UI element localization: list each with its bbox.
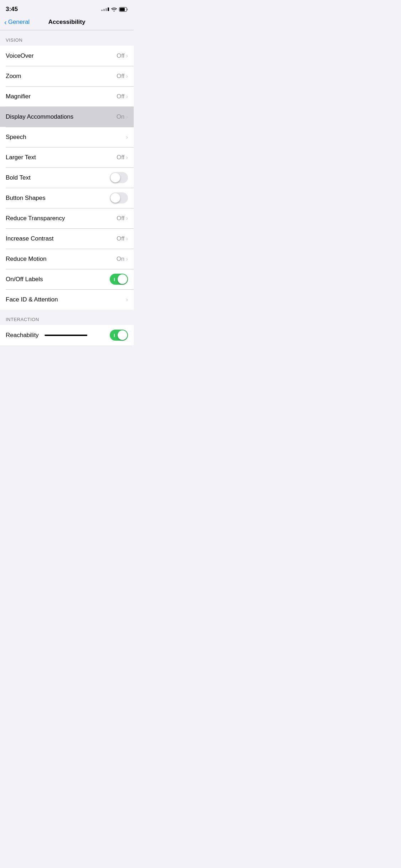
toggle-i-label-reachability: I: [114, 332, 115, 338]
status-bar: 3:45: [0, 0, 134, 16]
zoom-chevron-icon: ›: [126, 73, 128, 80]
larger-text-chevron-icon: ›: [126, 154, 128, 161]
face-id-item[interactable]: Face ID & Attention ›: [0, 289, 134, 310]
magnifier-item[interactable]: Magnifier Off ›: [0, 86, 134, 107]
larger-text-item[interactable]: Larger Text Off ›: [0, 147, 134, 167]
larger-text-label: Larger Text: [6, 154, 36, 161]
magnifier-chevron-icon: ›: [126, 93, 128, 100]
voiceover-label: VoiceOver: [6, 52, 34, 60]
bold-text-toggle[interactable]: [110, 172, 128, 183]
reachability-left: Reachability: [6, 332, 87, 339]
increase-contrast-label: Increase Contrast: [6, 235, 53, 242]
button-shapes-label: Button Shapes: [6, 195, 46, 202]
reachability-line: [45, 335, 87, 336]
reachability-right: I: [110, 330, 128, 341]
reduce-transparency-label: Reduce Transparency: [6, 215, 65, 222]
back-label: General: [8, 19, 30, 26]
voiceover-item[interactable]: VoiceOver Off ›: [0, 46, 134, 66]
face-id-label: Face ID & Attention: [6, 296, 58, 303]
onoff-labels-toggle-knob: [118, 274, 127, 284]
display-accommodations-chevron-icon: ›: [126, 113, 128, 120]
zoom-value: Off: [117, 73, 124, 80]
signal-icon: [101, 7, 109, 11]
back-button[interactable]: ‹ General: [4, 19, 30, 26]
magnifier-value: Off: [117, 93, 124, 100]
button-shapes-toggle[interactable]: [110, 192, 128, 203]
zoom-item[interactable]: Zoom Off ›: [0, 66, 134, 86]
reduce-transparency-right: Off ›: [117, 215, 128, 222]
status-time: 3:45: [6, 6, 18, 13]
larger-text-value: Off: [117, 154, 124, 161]
face-id-right: ›: [126, 296, 128, 303]
magnifier-label: Magnifier: [6, 93, 31, 100]
speech-chevron-icon: ›: [126, 134, 128, 141]
interaction-section: INTERACTION Reachability I: [0, 310, 134, 345]
reachability-label: Reachability: [6, 332, 39, 339]
increase-contrast-value: Off: [117, 235, 124, 242]
display-accommodations-item[interactable]: Display Accommodations On ›: [0, 107, 134, 127]
onoff-labels-label: On/Off Labels: [6, 276, 43, 283]
increase-contrast-right: Off ›: [117, 235, 128, 242]
battery-icon: [119, 7, 128, 12]
wifi-icon: [111, 7, 117, 11]
increase-contrast-item[interactable]: Increase Contrast Off ›: [0, 228, 134, 249]
voiceover-value: Off: [117, 52, 124, 60]
button-shapes-toggle-knob: [110, 193, 120, 203]
button-shapes-right: [110, 192, 128, 203]
zoom-right: Off ›: [117, 73, 128, 80]
vision-settings-list: VoiceOver Off › Zoom Off › Magnifier Off…: [0, 46, 134, 310]
back-chevron-icon: ‹: [4, 19, 7, 26]
bold-text-label: Bold Text: [6, 174, 31, 181]
svg-rect-1: [127, 9, 128, 10]
page-title: Accessibility: [48, 19, 86, 26]
reduce-motion-chevron-icon: ›: [126, 255, 128, 263]
onoff-labels-right: I: [110, 274, 128, 285]
status-icons: [101, 7, 128, 12]
button-shapes-item[interactable]: Button Shapes: [0, 188, 134, 208]
reduce-motion-right: On ›: [117, 255, 128, 263]
display-accommodations-right: On ›: [117, 113, 128, 120]
speech-label: Speech: [6, 134, 26, 141]
reachability-item[interactable]: Reachability I: [0, 325, 134, 345]
display-accommodations-value: On: [117, 113, 125, 120]
magnifier-right: Off ›: [117, 93, 128, 100]
voiceover-right: Off ›: [117, 52, 128, 60]
vision-section-header: VISION: [0, 30, 134, 46]
reduce-motion-item[interactable]: Reduce Motion On ›: [0, 249, 134, 269]
speech-item[interactable]: Speech ›: [0, 127, 134, 147]
display-accommodations-label: Display Accommodations: [6, 113, 73, 120]
zoom-label: Zoom: [6, 73, 21, 80]
larger-text-right: Off ›: [117, 154, 128, 161]
reduce-transparency-item[interactable]: Reduce Transparency Off ›: [0, 208, 134, 228]
onoff-labels-item[interactable]: On/Off Labels I: [0, 269, 134, 289]
interaction-section-header: INTERACTION: [0, 310, 134, 325]
reduce-motion-value: On: [117, 255, 125, 263]
reduce-motion-label: Reduce Motion: [6, 255, 46, 263]
voiceover-chevron-icon: ›: [126, 52, 128, 60]
bold-text-right: [110, 172, 128, 183]
face-id-chevron-icon: ›: [126, 296, 128, 303]
onoff-labels-toggle[interactable]: I: [110, 274, 128, 285]
toggle-i-label: I: [114, 277, 115, 282]
reduce-transparency-value: Off: [117, 215, 124, 222]
reachability-toggle[interactable]: I: [110, 330, 128, 341]
nav-bar: ‹ General Accessibility: [0, 16, 134, 30]
bold-text-toggle-knob: [110, 173, 120, 182]
reachability-toggle-knob: [118, 330, 127, 340]
speech-right: ›: [126, 134, 128, 141]
bold-text-item[interactable]: Bold Text: [0, 167, 134, 188]
interaction-settings-list: Reachability I: [0, 325, 134, 345]
increase-contrast-chevron-icon: ›: [126, 235, 128, 242]
reduce-transparency-chevron-icon: ›: [126, 215, 128, 222]
svg-rect-2: [120, 8, 125, 11]
